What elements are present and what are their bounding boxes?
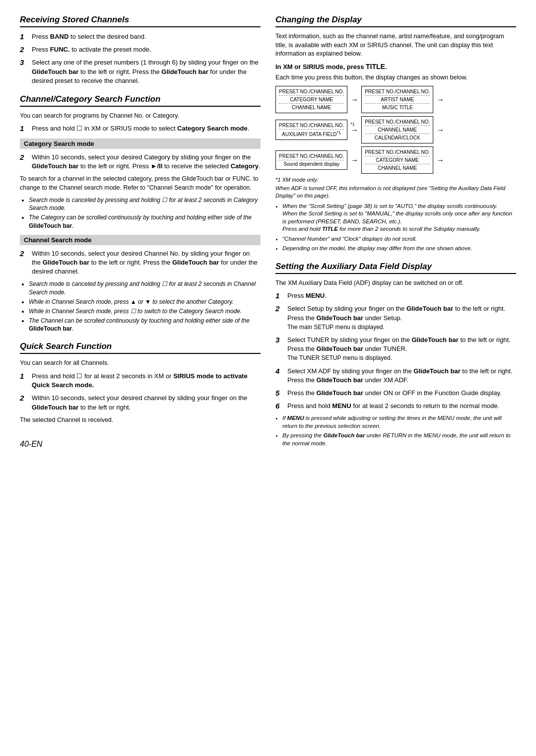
section-receiving-stored-channels: Receiving Stored Channels 1 Press BAND t…: [20, 15, 261, 85]
diagram-row-text: CHANNEL NAME: [365, 164, 430, 172]
step-num-3: 3: [20, 58, 28, 67]
category-search-bullets: Search mode is canceled by pressing and …: [29, 196, 261, 230]
right-column: Changing the Display Text information, s…: [275, 15, 516, 456]
diagram-row-3: PRESET NO./CHANNEL NO. Sound dependent d…: [275, 146, 516, 174]
section-auxiliary-data-field: Setting the Auxiliary Data Field Display…: [275, 262, 516, 448]
step-text-cat-1: Press and hold ☐ in XM or SIRIUS mode to…: [32, 124, 261, 133]
step-2-quick: 2 Within 10 seconds, select your desired…: [20, 394, 261, 412]
bullet-item: The Category can be scrolled continuousl…: [29, 213, 261, 229]
diagram-row-text: Sound dependent display: [279, 160, 344, 168]
step-text-3: Select any one of the preset numbers (1 …: [32, 58, 261, 85]
step-adf-6: 6 Press and hold MENU for at least 2 sec…: [275, 402, 516, 411]
step-adf-2: 2 Select Setup by sliding your finger on…: [275, 304, 516, 332]
step-text-q2: Within 10 seconds, select your desired c…: [32, 394, 261, 412]
section-title-changing-display: Changing the Display: [275, 15, 516, 27]
diagram-row-text: CALENDAR/CLOCK: [365, 134, 430, 141]
section-title-quick-search: Quick Search Function: [20, 342, 261, 354]
title-mode-label: In XM or SIRIUS mode, press TITLE.: [275, 63, 516, 70]
adf-off-note: When ADF is turned OFF, this information…: [275, 185, 516, 200]
changing-display-intro: Text information, such as the channel na…: [275, 32, 516, 59]
display-bullets: When the "Scroll Setting" (page 38) is s…: [282, 203, 516, 253]
step-adf-5: 5 Press the GlideTouch bar under ON or O…: [275, 389, 516, 398]
bullet-channel-number: "Channel Number" and "Clock" displays do…: [282, 235, 516, 243]
step-num-q1: 1: [20, 372, 28, 380]
page-layout: Receiving Stored Channels 1 Press BAND t…: [20, 15, 516, 456]
section-channel-category-search: Channel/Category Search Function You can…: [20, 94, 261, 333]
diagram-row-text: CHANNEL NAME: [279, 104, 344, 111]
diagram-box-right-1: PRESET NO./CHANNEL NO. ARTIST NAME MUSIC…: [361, 86, 433, 113]
step-text-1: Press BAND to select the desired band.: [32, 32, 261, 41]
step-num-adf-5: 5: [275, 389, 283, 397]
step-num-cat-1: 1: [20, 124, 28, 133]
step-num-2: 2: [20, 45, 28, 54]
step-text-adf-3: Select TUNER by sliding your finger on t…: [287, 336, 516, 363]
step-text-adf-1: Press MENU.: [287, 291, 516, 300]
step-text-q1: Press and hold ☐ for at least 2 seconds …: [32, 372, 261, 390]
diagram-row-text: CATEGORY NAME: [279, 96, 344, 104]
title-mode-body: Each time you press this button, the dis…: [275, 73, 516, 82]
diagram-row-2: PRESET NO./CHANNEL NO. AUXILIARY DATA FI…: [275, 116, 516, 143]
diagram-row-text: ARTIST NAME: [365, 96, 430, 104]
diagram-arrow-2: → *1: [350, 126, 358, 134]
diagram-arrow-end-1: →: [436, 96, 444, 104]
diagram-box-left-3: PRESET NO./CHANNEL NO. Sound dependent d…: [275, 150, 347, 170]
step-num-adf-3: 3: [275, 336, 283, 344]
section-title-adf: Setting the Auxiliary Data Field Display: [275, 262, 516, 274]
step-3-preset: 3 Select any one of the preset numbers (…: [20, 58, 261, 85]
step-num-1: 1: [20, 32, 28, 41]
bullet-scroll-setting: When the "Scroll Setting" (page 38) is s…: [282, 203, 516, 233]
diagram-box-left-1: PRESET NO./CHANNEL NO. CATEGORY NAME CHA…: [275, 86, 347, 113]
diagram-row-text: CHANNEL NAME: [365, 126, 430, 134]
diagram-row-text: PRESET NO./CHANNEL NO.: [365, 148, 430, 156]
section-changing-display: Changing the Display Text information, s…: [275, 15, 516, 253]
step-num-q2: 2: [20, 394, 28, 402]
diagram-row-text: AUXILIARY DATA FIELD*1: [279, 130, 344, 138]
bullet-glide-return: By pressing the GlideTouch bar under RET…: [282, 432, 516, 447]
channel-category-intro: You can search for programs by Channel N…: [20, 112, 261, 121]
bullet-item: While in Channel Search mode, press ☐ to…: [29, 307, 261, 315]
step-text-adf-2: Select Setup by sliding your finger on t…: [287, 304, 516, 332]
section-title-channel-category: Channel/Category Search Function: [20, 94, 261, 107]
diagram-row-text: PRESET NO./CHANNEL NO.: [365, 88, 430, 96]
quick-search-footer: The selected Channel is received.: [20, 416, 261, 425]
step-text-cat-2: Within 10 seconds, select your desired C…: [32, 153, 261, 171]
step-1-quick: 1 Press and hold ☐ for at least 2 second…: [20, 372, 261, 390]
step-text-adf-4: Select XM ADF by sliding your finger on …: [287, 367, 516, 385]
step-text-2: Press FUNC. to activate the preset mode.: [32, 45, 261, 54]
step-num-adf-4: 4: [275, 367, 283, 375]
diagram-arrow-1: →: [350, 96, 358, 104]
star-marker: *1: [350, 122, 355, 127]
step-text-adf-5: Press the GlideTouch bar under ON or OFF…: [287, 389, 516, 398]
step-1-category-search: 1 Press and hold ☐ in XM or SIRIUS mode …: [20, 124, 261, 133]
star-note-xm: *1 XM mode only:: [275, 177, 516, 183]
diagram-box-right-3: PRESET NO./CHANNEL NO. CATEGORY NAME CHA…: [361, 146, 433, 174]
step-num-adf-6: 6: [275, 402, 283, 410]
adf-intro: The XM Auxiliary Data Field (ADF) displa…: [275, 279, 516, 288]
step-adf-3: 3 Select TUNER by sliding your finger on…: [275, 336, 516, 363]
page-suffix: -EN: [29, 440, 43, 448]
step-text-adf-6: Press and hold MENU for at least 2 secon…: [287, 402, 516, 411]
diagram-row-1: PRESET NO./CHANNEL NO. CATEGORY NAME CHA…: [275, 86, 516, 113]
quick-search-intro: You can search for all Channels.: [20, 359, 261, 368]
step-adf-1: 1 Press MENU.: [275, 291, 516, 300]
step-text-ch-2: Within 10 seconds, select your desired C…: [32, 249, 261, 276]
adf-bullets: If MENU is pressed while adjusting or se…: [282, 414, 516, 447]
section-quick-search: Quick Search Function You can search for…: [20, 342, 261, 424]
diagram-row-text: PRESET NO./CHANNEL NO.: [365, 118, 430, 126]
diagram-box-right-2: PRESET NO./CHANNEL NO. CHANNEL NAME CALE…: [361, 116, 433, 143]
diagram-arrow-end-3: →: [436, 156, 444, 164]
bullet-item: While in Channel Search mode, press ▲ or…: [29, 298, 261, 306]
step-1-band: 1 Press BAND to select the desired band.: [20, 32, 261, 41]
sub-title-channel-search: Channel Search mode: [20, 235, 261, 245]
step-num-adf-1: 1: [275, 291, 283, 300]
diagram-arrow-3: →: [350, 156, 358, 164]
step-2-func: 2 Press FUNC. to activate the preset mod…: [20, 45, 261, 54]
bullet-model-display: Depending on the model, the display may …: [282, 245, 516, 253]
diagram-row-text: PRESET NO./CHANNEL NO.: [279, 122, 344, 130]
channel-search-bullets: Search mode is canceled by pressing and …: [29, 280, 261, 333]
step-adf-4: 4 Select XM ADF by sliding your finger o…: [275, 367, 516, 385]
diagram-row-text: CATEGORY NAME: [365, 156, 430, 164]
bullet-menu-pressed: If MENU is pressed while adjusting or se…: [282, 414, 516, 430]
diagram-box-left-2: PRESET NO./CHANNEL NO. AUXILIARY DATA FI…: [275, 120, 347, 140]
category-search-body: To search for a channel in the selected …: [20, 175, 261, 192]
